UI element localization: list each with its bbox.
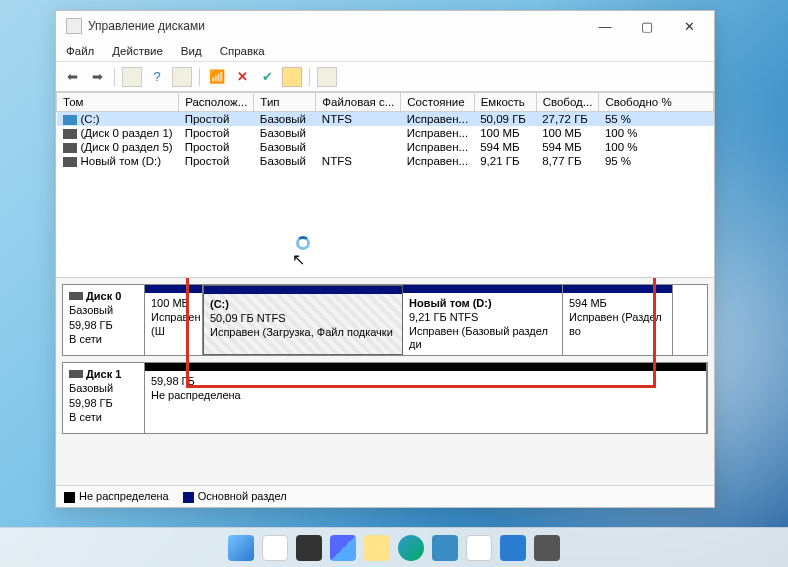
disk-row: Диск 0Базовый59,98 ГБВ сети100 МБИсправе… xyxy=(62,284,708,356)
disk-management-window: Управление дисками — ▢ ✕ Файл Действие В… xyxy=(55,10,715,508)
toolbar-button[interactable] xyxy=(282,67,302,87)
taskbar[interactable] xyxy=(0,527,788,567)
toolbar-button[interactable] xyxy=(122,67,142,87)
taskbar-item[interactable] xyxy=(296,535,322,561)
taskbar-item[interactable] xyxy=(466,535,492,561)
app-icon xyxy=(66,18,82,34)
partition[interactable]: (C:)50,09 ГБ NTFSИсправен (Загрузка, Фай… xyxy=(203,285,403,355)
taskbar-search[interactable] xyxy=(262,535,288,561)
titlebar[interactable]: Управление дисками — ▢ ✕ xyxy=(56,11,714,41)
busy-spinner-icon xyxy=(296,236,310,250)
legend-unalloc: Не распределена xyxy=(79,490,169,502)
taskbar-item[interactable] xyxy=(330,535,356,561)
partition[interactable]: 100 МБИсправен (Ш xyxy=(145,285,203,355)
menu-action[interactable]: Действие xyxy=(108,43,167,59)
legend-swatch-primary xyxy=(183,492,194,503)
disk-bar: 100 МБИсправен (Ш(C:)50,09 ГБ NTFSИсправ… xyxy=(145,285,707,355)
disk-label[interactable]: Диск 0Базовый59,98 ГБВ сети xyxy=(63,285,145,355)
menubar: Файл Действие Вид Справка xyxy=(56,41,714,62)
partition[interactable]: 59,98 ГБНе распределена xyxy=(145,363,707,433)
disk-row: Диск 1Базовый59,98 ГБВ сети59,98 ГБНе ра… xyxy=(62,362,708,434)
menu-help[interactable]: Справка xyxy=(216,43,269,59)
col-status[interactable]: Состояние xyxy=(401,93,474,112)
column-header-row[interactable]: Том Располож... Тип Файловая с... Состоя… xyxy=(57,93,714,112)
close-button[interactable]: ✕ xyxy=(668,12,710,40)
partition[interactable]: Новый том (D:)9,21 ГБ NTFSИсправен (Базо… xyxy=(403,285,563,355)
minimize-button[interactable]: — xyxy=(584,12,626,40)
window-title: Управление дисками xyxy=(88,19,584,33)
table-row[interactable]: (C:)ПростойБазовыйNTFSИсправен...50,09 Г… xyxy=(57,112,714,127)
toolbar: ⬅ ➡ ? 📶 ✕ ✔ xyxy=(56,62,714,92)
col-volume[interactable]: Том xyxy=(57,93,179,112)
menu-file[interactable]: Файл xyxy=(62,43,98,59)
start-button[interactable] xyxy=(228,535,254,561)
col-type[interactable]: Тип xyxy=(254,93,316,112)
col-fs[interactable]: Файловая с... xyxy=(316,93,401,112)
col-capacity[interactable]: Емкость xyxy=(474,93,536,112)
legend-swatch-unalloc xyxy=(64,492,75,503)
cursor-icon: ↖ xyxy=(292,250,305,269)
disk-bar: 59,98 ГБНе распределена xyxy=(145,363,707,433)
col-layout[interactable]: Располож... xyxy=(179,93,254,112)
forward-button[interactable]: ➡ xyxy=(87,67,107,87)
taskbar-edge[interactable] xyxy=(398,535,424,561)
disk-panel: Диск 0Базовый59,98 ГБВ сети100 МБИсправе… xyxy=(56,277,714,485)
delete-button[interactable]: ✕ xyxy=(232,67,252,87)
toolbar-button[interactable]: 📶 xyxy=(207,67,227,87)
toolbar-button[interactable] xyxy=(317,67,337,87)
partition[interactable]: 594 МБИсправен (Раздел во xyxy=(563,285,673,355)
back-button[interactable]: ⬅ xyxy=(62,67,82,87)
col-free[interactable]: Свобод... xyxy=(536,93,599,112)
help-button[interactable]: ? xyxy=(147,67,167,87)
toolbar-button[interactable] xyxy=(172,67,192,87)
col-freepct[interactable]: Свободно % xyxy=(599,93,714,112)
table-row[interactable]: (Диск 0 раздел 1)ПростойБазовыйИсправен.… xyxy=(57,126,714,140)
table-row[interactable]: (Диск 0 раздел 5)ПростойБазовыйИсправен.… xyxy=(57,140,714,154)
taskbar-store[interactable] xyxy=(432,535,458,561)
volume-list[interactable]: Том Располож... Тип Файловая с... Состоя… xyxy=(56,92,714,277)
menu-view[interactable]: Вид xyxy=(177,43,206,59)
taskbar-explorer[interactable] xyxy=(364,535,390,561)
taskbar-item[interactable] xyxy=(534,535,560,561)
maximize-button[interactable]: ▢ xyxy=(626,12,668,40)
legend: Не распределена Основной раздел xyxy=(56,485,714,507)
legend-primary: Основной раздел xyxy=(198,490,287,502)
disk-label[interactable]: Диск 1Базовый59,98 ГБВ сети xyxy=(63,363,145,433)
table-row[interactable]: Новый том (D:)ПростойБазовыйNTFSИсправен… xyxy=(57,154,714,168)
toolbar-button[interactable]: ✔ xyxy=(257,67,277,87)
taskbar-item[interactable] xyxy=(500,535,526,561)
